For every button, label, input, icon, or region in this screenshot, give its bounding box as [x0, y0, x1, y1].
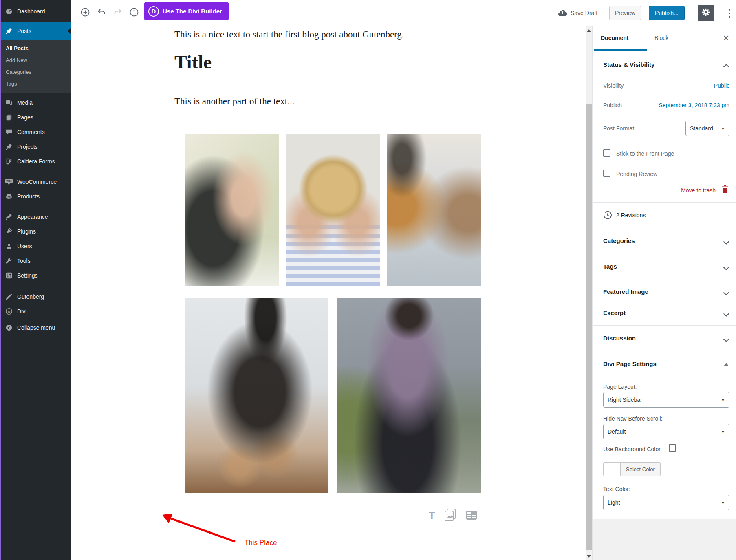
- undo-button[interactable]: [94, 0, 109, 26]
- divider: [593, 51, 736, 51]
- sidebar-item-woocommerce[interactable]: Woo WooCommerce: [0, 174, 71, 189]
- gallery-image-5[interactable]: [337, 298, 481, 493]
- info-button[interactable]: [127, 0, 141, 26]
- sidebar-item-collapse-menu[interactable]: Collapse menu: [0, 320, 71, 335]
- sidebar-item-label: Media: [17, 99, 33, 106]
- close-icon[interactable]: ×: [723, 32, 729, 44]
- post-paragraph[interactable]: This is a nice text to start the first b…: [174, 29, 484, 40]
- cloud-upload-icon: [558, 9, 567, 17]
- submenu-item-categories[interactable]: Categories: [0, 66, 71, 77]
- sidebar-item-divi[interactable]: D Divi: [0, 304, 71, 319]
- move-to-trash-link[interactable]: Move to trash: [681, 187, 716, 194]
- publish-date-link[interactable]: September 3, 2018 7:33 pm: [659, 102, 729, 108]
- settings-toggle-button[interactable]: [698, 5, 714, 21]
- collapse-triangle-icon[interactable]: [724, 363, 729, 366]
- visibility-value-link[interactable]: Public: [714, 82, 729, 89]
- sidebar-item-users[interactable]: Users: [0, 239, 71, 254]
- settings-sidebar: [592, 26, 736, 519]
- chevron-down-icon[interactable]: [723, 239, 729, 246]
- sidebar-item-comments[interactable]: Comments: [0, 125, 71, 139]
- table-block-icon[interactable]: [466, 510, 477, 522]
- scroll-down-arrow-icon[interactable]: [587, 555, 591, 558]
- revisions-link[interactable]: 2 Revisions: [616, 212, 646, 218]
- select-color-button[interactable]: Select Color: [603, 462, 661, 476]
- save-draft-button[interactable]: Save Draft: [558, 0, 597, 26]
- text-block-icon[interactable]: T: [429, 510, 435, 522]
- svg-text:D: D: [8, 310, 11, 314]
- redo-icon: [113, 7, 123, 19]
- info-icon: [129, 7, 139, 19]
- scroll-up-arrow-icon[interactable]: [587, 29, 591, 32]
- sidebar-item-products[interactable]: Products: [0, 189, 71, 204]
- submenu-item-tags[interactable]: Tags: [0, 78, 71, 89]
- use-background-color-checkbox[interactable]: [669, 444, 676, 452]
- section-discussion[interactable]: Discussion: [603, 335, 636, 342]
- page-layout-select[interactable]: Right Sidebar▼: [603, 392, 729, 408]
- sidebar-item-projects[interactable]: Projects: [0, 139, 71, 154]
- pending-review-checkbox[interactable]: [603, 170, 610, 177]
- sidebar-item-posts[interactable]: Posts: [0, 22, 71, 40]
- section-tags[interactable]: Tags: [603, 263, 617, 270]
- sidebar-item-tools[interactable]: Tools: [0, 254, 71, 268]
- post-format-select[interactable]: Standard▼: [685, 121, 729, 136]
- chevron-down-icon[interactable]: [723, 311, 729, 318]
- trash-icon[interactable]: [721, 185, 729, 195]
- divi-icon: D: [5, 307, 13, 315]
- media-icon: [5, 99, 13, 107]
- publish-button[interactable]: Publish...: [649, 6, 685, 20]
- use-divi-builder-button[interactable]: D Use The Divi Builder: [144, 2, 229, 20]
- section-featured-image[interactable]: Featured Image: [603, 288, 648, 295]
- redo-button[interactable]: [110, 0, 125, 26]
- kebab-menu-icon[interactable]: ⋮: [723, 0, 736, 26]
- gallery-image-3[interactable]: [387, 134, 481, 286]
- stick-front-page-checkbox[interactable]: [603, 149, 610, 157]
- sidebar-item-label: Appearance: [17, 214, 48, 220]
- scrollbar-thumb[interactable]: [586, 104, 592, 550]
- sidebar-item-dashboard[interactable]: Dashboard: [0, 4, 71, 19]
- gallery-image-1[interactable]: [185, 134, 279, 286]
- section-categories[interactable]: Categories: [603, 237, 635, 244]
- gallery-block-icon[interactable]: [444, 508, 457, 523]
- section-divi-page-settings[interactable]: Divi Page Settings: [603, 360, 657, 367]
- submenu-item-add-new[interactable]: Add New: [0, 54, 71, 66]
- sidebar-item-appearance[interactable]: Appearance: [0, 209, 71, 224]
- hide-nav-select[interactable]: Default▼: [603, 424, 729, 439]
- text-color-select[interactable]: Light▼: [603, 495, 729, 510]
- divider: [593, 202, 736, 203]
- chevron-down-icon[interactable]: [723, 290, 729, 297]
- revisions-clock-icon[interactable]: [603, 211, 612, 221]
- sidebar-item-pages[interactable]: Pages: [0, 110, 71, 125]
- comment-icon: [5, 128, 13, 136]
- gallery-image-2[interactable]: [286, 134, 380, 286]
- tab-block[interactable]: Block: [653, 35, 670, 41]
- preview-button[interactable]: Preview: [609, 6, 641, 20]
- sidebar-item-caldera-forms[interactable]: Caldera Forms: [0, 154, 71, 169]
- divider: [593, 377, 736, 377]
- sliders-icon: [5, 271, 13, 280]
- content-scrollbar[interactable]: [586, 26, 592, 560]
- wrench-icon: [5, 257, 13, 265]
- section-status-visibility[interactable]: Status & Visibility: [603, 61, 654, 68]
- post-paragraph[interactable]: This is another part of the text...: [174, 96, 294, 107]
- gallery-image-4[interactable]: [185, 298, 328, 493]
- editor-canvas[interactable]: This is a nice text to start the first b…: [71, 26, 586, 560]
- sidebar-item-media[interactable]: Media: [0, 95, 71, 110]
- add-block-button[interactable]: [78, 0, 93, 26]
- chevron-down-icon[interactable]: [723, 265, 729, 272]
- sidebar-item-plugins[interactable]: Plugins: [0, 224, 71, 239]
- svg-text:Woo: Woo: [6, 179, 12, 182]
- sidebar-item-label: Collapse menu: [17, 324, 55, 331]
- sidebar-item-settings[interactable]: Settings: [0, 268, 71, 283]
- submenu-item-all-posts[interactable]: All Posts: [0, 42, 71, 54]
- chevron-up-icon[interactable]: [723, 62, 729, 69]
- add-block-icon: [80, 7, 90, 19]
- user-icon: [5, 242, 13, 250]
- tab-document[interactable]: Document: [599, 35, 630, 41]
- post-heading[interactable]: Title: [174, 51, 212, 73]
- sidebar-item-label: Divi: [17, 308, 26, 315]
- gear-icon: [701, 8, 710, 18]
- post-format-label: Post Format: [603, 125, 634, 132]
- sidebar-item-gutenberg[interactable]: Gutenberg: [0, 289, 71, 304]
- section-excerpt[interactable]: Excerpt: [603, 309, 626, 316]
- chevron-down-icon[interactable]: [723, 336, 729, 344]
